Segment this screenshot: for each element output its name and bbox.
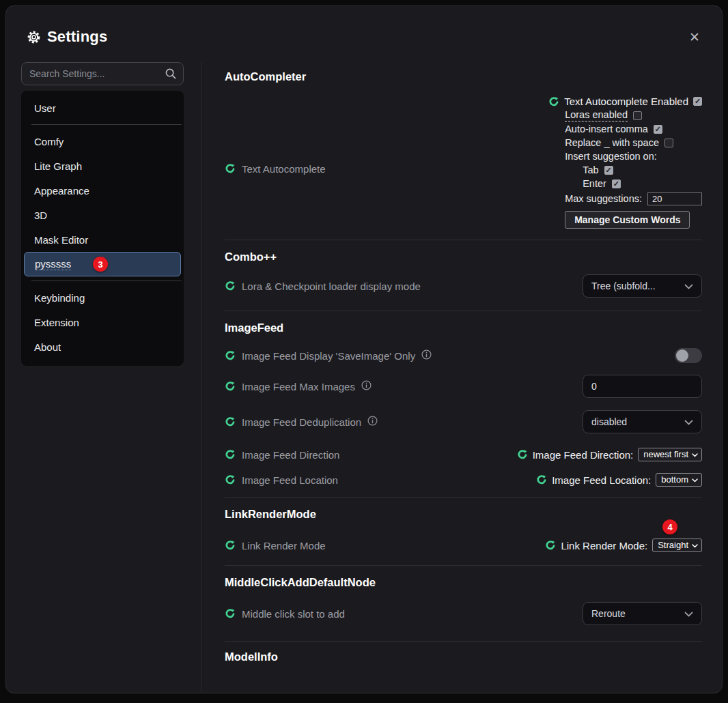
manage-custom-words-button[interactable]: Manage Custom Words <box>565 211 690 229</box>
setting-row-middle-click-slot: Middle click slot to add Reroute <box>225 602 702 625</box>
section-divider <box>225 497 702 498</box>
section-title-middleclick: MiddleClickAddDefaultNode <box>225 576 702 589</box>
sidebar-item-extension[interactable]: Extension <box>24 310 181 334</box>
info-icon <box>367 416 378 428</box>
sidebar-item-keybinding[interactable]: Keybinding <box>24 285 181 310</box>
setting-label: Image Feed Display 'SaveImage' Only <box>242 350 415 362</box>
setting-label: Image Feed Max Images <box>242 381 355 392</box>
middle-click-slot-dropdown[interactable]: Reroute <box>583 602 702 625</box>
setting-row-imagefeed-max-images: Image Feed Max Images <box>225 375 702 398</box>
feed-direction-select[interactable]: newest first <box>638 448 702 461</box>
auto-insert-comma-checkbox[interactable] <box>654 125 662 134</box>
setting-label: Text Autocomplete Enabled <box>564 96 688 107</box>
pysssss-icon <box>225 449 236 460</box>
sidebar: User Comfy Lite Graph Appearance 3D Mask… <box>21 62 184 693</box>
pysssss-icon <box>225 350 236 361</box>
pysssss-icon <box>225 540 236 551</box>
pysssss-icon <box>548 96 559 107</box>
section-divider <box>225 240 702 240</box>
nav-divider <box>31 281 182 281</box>
text-autocomplete-enabled-checkbox[interactable] <box>693 97 702 106</box>
loader-display-mode-dropdown[interactable]: Tree (subfold... <box>583 274 702 298</box>
dialog-title: Settings <box>47 28 107 46</box>
sidebar-item-user[interactable]: User <box>24 96 181 120</box>
pysssss-icon <box>225 416 236 427</box>
settings-nav: User Comfy Lite Graph Appearance 3D Mask… <box>21 91 184 366</box>
pysssss-icon <box>225 474 236 485</box>
option-label: Loras enabled <box>565 109 628 121</box>
close-icon[interactable]: ✕ <box>689 31 700 44</box>
setting-label: Image Feed Location <box>242 474 338 486</box>
search-box <box>21 62 184 85</box>
chevron-down-icon <box>692 449 698 459</box>
sidebar-item-about[interactable]: About <box>24 334 181 359</box>
chevron-down-icon <box>692 474 698 485</box>
toggle-knob <box>676 349 688 362</box>
setting-label: Link Render Mode <box>242 540 326 551</box>
setting-row-loader-display-mode: Lora & Checkpoint loader display mode Tr… <box>225 274 702 298</box>
pysssss-icon <box>545 540 556 551</box>
max-images-input[interactable] <box>583 375 702 398</box>
section-divider <box>225 311 702 311</box>
section-divider <box>225 641 702 642</box>
max-suggestions-input[interactable] <box>647 192 702 205</box>
section-title-linkrendermode: LinkRenderMode <box>225 508 702 521</box>
link-render-mode-select[interactable]: Straight <box>652 539 702 552</box>
section-title-combo: Combo++ <box>225 250 702 263</box>
option-label: Replace _ with space <box>565 137 659 148</box>
setting-row-imagefeed-location: Image Feed Location Image Feed Location:… <box>225 473 702 487</box>
setting-label: Text Autocomplete <box>242 163 326 175</box>
sidebar-item-appearance[interactable]: Appearance <box>24 178 181 203</box>
sidebar-item-comfy[interactable]: Comfy <box>24 129 181 154</box>
pysssss-icon <box>225 381 236 392</box>
gear-icon <box>27 30 41 44</box>
pysssss-icon <box>536 474 547 485</box>
chevron-down-icon <box>684 281 693 291</box>
replace-underscore-checkbox[interactable] <box>664 139 673 147</box>
info-icon <box>421 349 432 362</box>
setting-row-imagefeed-saveimage-only: Image Feed Display 'SaveImage' Only <box>225 348 702 363</box>
sidebar-item-pysssss[interactable]: pysssss 3 <box>24 252 181 276</box>
pysssss-icon <box>225 163 236 174</box>
setting-label: Image Feed Location: <box>552 474 651 486</box>
search-icon <box>165 68 177 83</box>
nav-divider <box>31 124 182 125</box>
loras-enabled-checkbox[interactable] <box>633 111 642 120</box>
sidebar-item-3d[interactable]: 3D <box>24 203 181 227</box>
deduplication-dropdown[interactable]: disabled <box>583 410 702 433</box>
autocomplete-options: Loras enabled Auto-insert comma Replace … <box>565 109 702 229</box>
insert-on-enter-checkbox[interactable] <box>612 180 621 188</box>
setting-label: Link Render Mode: <box>561 540 647 551</box>
setting-row-imagefeed-deduplication: Image Feed Deduplication disabled <box>225 410 702 433</box>
section-title-imagefeed: ImageFeed <box>225 321 702 334</box>
saveimage-only-toggle[interactable] <box>675 348 702 363</box>
setting-label: Lora & Checkpoint loader display mode <box>242 281 421 292</box>
setting-label: Image Feed Deduplication <box>242 416 361 428</box>
annotation-badge-3: 3 <box>93 257 108 272</box>
section-divider <box>225 565 702 566</box>
option-label: Enter <box>583 178 606 189</box>
sidebar-item-mask-editor[interactable]: Mask Editor <box>24 227 181 252</box>
settings-dialog: Settings ✕ User Comfy Lite Graph Appeara… <box>5 5 723 693</box>
insert-on-tab-checkbox[interactable] <box>604 166 613 175</box>
feed-location-select[interactable]: bottom <box>656 473 702 487</box>
settings-content: AutoCompleter Text Autocomplete Enabled … <box>201 62 722 693</box>
option-label: Tab <box>583 164 598 175</box>
setting-label: Middle click slot to add <box>242 608 345 620</box>
pysssss-icon <box>225 281 236 291</box>
search-input[interactable] <box>21 62 184 85</box>
setting-label: Image Feed Direction: <box>533 449 634 461</box>
section-title-modelinfo: ModelInfo <box>225 650 702 663</box>
setting-row-text-autocomplete-enabled: Text Autocomplete Enabled <box>225 96 702 107</box>
setting-row-text-autocomplete: Text Autocomplete Loras enabled Auto-ins… <box>225 109 702 229</box>
chevron-down-icon <box>692 540 698 550</box>
chevron-down-icon <box>684 608 693 619</box>
dialog-body: User Comfy Lite Graph Appearance 3D Mask… <box>6 62 722 693</box>
option-label: Max suggestions: <box>565 193 642 204</box>
annotation-badge-4: 4 <box>662 519 677 534</box>
sidebar-item-lite-graph[interactable]: Lite Graph <box>24 154 181 178</box>
option-label: Auto-insert comma <box>565 124 648 134</box>
setting-row-link-render-mode: Link Render Mode Link Render Mode: Strai… <box>225 539 702 552</box>
option-group-label: Insert suggestion on: <box>565 151 657 162</box>
pysssss-icon <box>225 608 236 619</box>
